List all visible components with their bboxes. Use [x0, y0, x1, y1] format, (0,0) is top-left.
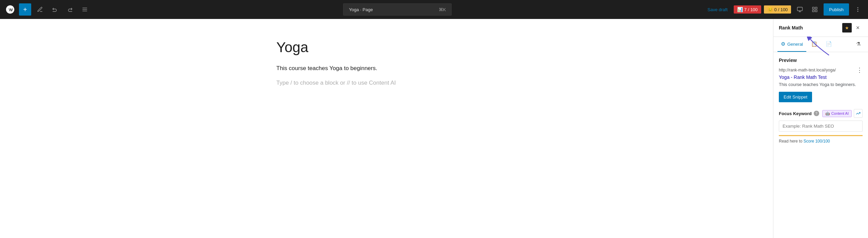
help-icon[interactable]: ?: [814, 111, 819, 116]
undo-button[interactable]: [49, 3, 61, 16]
arrow-annotation: [807, 37, 834, 57]
page-search-text: Yoga · Page: [349, 7, 373, 12]
content-score-value: 0 / 100: [774, 7, 788, 12]
content-score-badge[interactable]: 😊 0 / 100: [764, 5, 791, 14]
content-ai-label: Content AI: [831, 111, 849, 115]
content-area: Yoga This course teaches Yoga to beginne…: [0, 19, 868, 238]
toolbar-center: Yoga · Page ⌘K: [94, 3, 702, 16]
sidebar-title: Rank Math: [779, 25, 803, 30]
filter-icon: ⚗: [856, 41, 861, 47]
trend-button[interactable]: [854, 109, 863, 118]
view-button[interactable]: [794, 3, 806, 16]
content-score-icon: 😊: [767, 7, 773, 12]
rank-math-sidebar: Rank Math ★ × ⚙ General 📋 📄 ⚗: [773, 19, 868, 238]
score-note-prefix: Read here to: [779, 139, 804, 144]
focus-keyword-section: Focus Keyword ? 🤖 Content AI Read here t…: [779, 109, 863, 144]
edit-snippet-button[interactable]: Edit Snippet: [779, 92, 812, 102]
preview-description: This course teaches Yoga to beginners.: [779, 82, 856, 87]
focus-keyword-label: Focus Keyword: [779, 111, 812, 116]
post-title[interactable]: Yoga: [276, 39, 497, 56]
svg-rect-5: [815, 7, 817, 9]
settings-button[interactable]: [809, 3, 821, 16]
more-options-button[interactable]: [852, 3, 864, 16]
editor-inner: Yoga This course teaches Yoga to beginne…: [276, 39, 497, 218]
preview-url-text: http://rank-math-test.local/yoga/: [779, 68, 836, 72]
preview-link[interactable]: Yoga - Rank Math Test: [779, 74, 863, 80]
page-search[interactable]: Yoga · Page ⌘K: [343, 3, 452, 16]
list-view-button[interactable]: [79, 3, 91, 16]
gear-icon: ⚙: [781, 41, 785, 47]
add-block-button[interactable]: +: [19, 3, 31, 16]
redo-button[interactable]: [64, 3, 76, 16]
publish-button[interactable]: Publish: [824, 3, 849, 16]
focus-keyword-header: Focus Keyword ? 🤖 Content AI: [779, 109, 863, 118]
page-search-shortcut: ⌘K: [439, 7, 446, 12]
preview-url-options[interactable]: ⋮: [856, 66, 863, 74]
seo-score-icon: 📊: [737, 7, 743, 12]
post-content[interactable]: This course teaches Yoga to beginners.: [276, 64, 497, 73]
score-note: Read here to Score 100/100: [779, 135, 863, 144]
seo-score-value: 7 / 100: [744, 7, 758, 12]
score-100-link[interactable]: Score 100/100: [804, 139, 830, 144]
preview-url-row: http://rank-math-test.local/yoga/ ⋮: [779, 66, 863, 74]
svg-rect-3: [797, 7, 803, 11]
sidebar-content: Preview http://rank-math-test.local/yoga…: [773, 52, 868, 238]
save-draft-button[interactable]: Save draft: [704, 5, 731, 14]
seo-score-badge[interactable]: 📊 7 / 100: [734, 5, 761, 14]
post-placeholder[interactable]: Type / to choose a block or // to use Co…: [276, 78, 497, 87]
svg-point-10: [857, 11, 858, 12]
tools-button[interactable]: [34, 3, 46, 16]
content-ai-icon: 🤖: [825, 111, 830, 116]
svg-rect-6: [815, 10, 817, 12]
close-button[interactable]: ×: [853, 23, 863, 33]
sidebar-header-icons: ★ ×: [842, 23, 863, 33]
toolbar-right: Save draft 📊 7 / 100 😊 0 / 100 Publish: [704, 3, 864, 16]
svg-rect-4: [813, 7, 814, 9]
tab-general-label: General: [787, 42, 803, 47]
editor: Yoga This course teaches Yoga to beginne…: [0, 19, 773, 238]
tab-filter[interactable]: ⚗: [853, 37, 864, 52]
focus-keyword-input[interactable]: [779, 121, 863, 132]
svg-rect-7: [813, 10, 814, 12]
svg-point-8: [857, 7, 858, 8]
preview-section: Preview http://rank-math-test.local/yoga…: [779, 58, 863, 102]
wordpress-logo[interactable]: [4, 3, 16, 16]
tab-general[interactable]: ⚙ General: [777, 37, 806, 52]
toolbar: + Yoga · Page ⌘K Save draft 📊: [0, 0, 868, 19]
content-ai-button[interactable]: 🤖 Content AI: [822, 110, 852, 117]
svg-point-9: [857, 9, 858, 10]
star-button[interactable]: ★: [842, 23, 852, 33]
sidebar-header: Rank Math ★ ×: [773, 19, 868, 37]
preview-section-title: Preview: [779, 58, 863, 63]
